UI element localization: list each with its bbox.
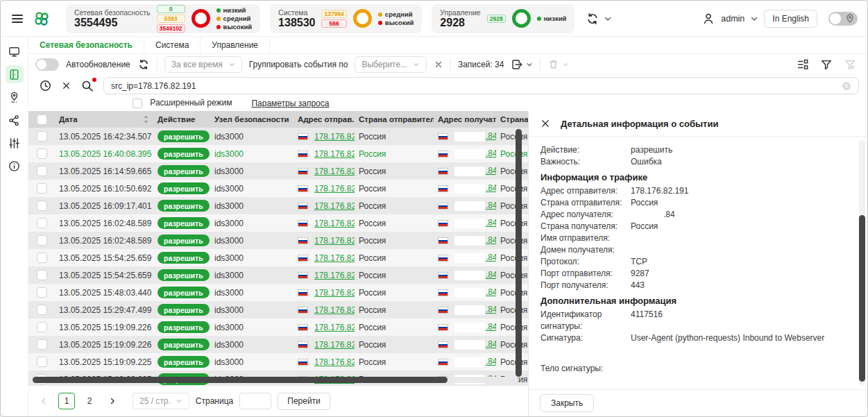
src-ip-link[interactable]: 178.176.82.191 bbox=[314, 201, 355, 211]
column-header[interactable]: Страна отправителя bbox=[355, 111, 434, 128]
table-row[interactable]: 13.05.2025 15:19:09.226разрешитьids30001… bbox=[28, 336, 528, 353]
refresh-icon[interactable] bbox=[137, 58, 150, 71]
hamburger-menu-icon[interactable] bbox=[10, 12, 24, 26]
dst-ip-link[interactable]: .84 bbox=[486, 183, 496, 193]
tab[interactable]: Сетевая безопасность bbox=[28, 37, 144, 53]
search-icon[interactable] bbox=[80, 79, 94, 93]
table-row[interactable]: 13.05.2025 16:42:34.507разрешитьids30001… bbox=[28, 128, 528, 145]
dst-ip-link[interactable]: .84 bbox=[486, 148, 496, 158]
row-checkbox[interactable] bbox=[37, 148, 47, 159]
tab[interactable]: Управление bbox=[201, 37, 270, 53]
page-button[interactable]: 2 bbox=[81, 393, 98, 409]
table-row[interactable]: 13.05.2025 15:29:47.499разрешитьids30001… bbox=[28, 301, 528, 318]
src-ip-link[interactable]: 178.176.82.191 bbox=[314, 149, 355, 159]
go-to-page-button[interactable]: Перейти bbox=[278, 393, 330, 410]
row-checkbox[interactable] bbox=[37, 287, 47, 298]
table-row[interactable]: 13.05.2025 16:40:08.395разрешитьids30001… bbox=[28, 145, 528, 162]
column-header[interactable]: Адрес отправ... bbox=[293, 111, 355, 128]
row-checkbox[interactable] bbox=[37, 183, 47, 194]
row-checkbox[interactable] bbox=[37, 253, 47, 263]
page-size-select[interactable]: 25 / стр. bbox=[133, 393, 189, 409]
advanced-mode-checkbox[interactable] bbox=[133, 99, 142, 108]
dst-ip-link[interactable]: .84 bbox=[486, 218, 496, 228]
table-row[interactable]: 13.05.2025 16:02:48.589разрешитьids30001… bbox=[28, 214, 528, 232]
src-ip-link[interactable]: 178.176.82.191 bbox=[314, 253, 355, 263]
row-checkbox[interactable] bbox=[37, 235, 47, 246]
src-ip-link[interactable]: 178.176.82.191 bbox=[314, 340, 355, 350]
src-ip-link[interactable]: 178.176.82.191 bbox=[314, 323, 355, 332]
user-name[interactable]: admin bbox=[721, 14, 744, 24]
dst-ip-link[interactable]: .84 bbox=[486, 339, 496, 349]
group-by-select[interactable]: Выберите... bbox=[355, 56, 426, 73]
sidebar-item-share-nodes[interactable] bbox=[6, 111, 24, 129]
dst-ip-link[interactable]: .84 bbox=[486, 287, 496, 297]
row-checkbox[interactable] bbox=[37, 131, 47, 142]
dst-ip-link[interactable]: .84 bbox=[486, 253, 496, 262]
column-header[interactable]: Страна п bbox=[496, 111, 528, 128]
table-row[interactable]: 13.05.2025 15:19:09.226разрешитьids30001… bbox=[28, 318, 528, 336]
chevron-down-icon[interactable] bbox=[604, 15, 612, 23]
table-row[interactable]: 13.05.2025 16:02:48.589разрешитьids30001… bbox=[28, 232, 528, 249]
geo-pin-toggle[interactable] bbox=[828, 12, 858, 26]
row-checkbox[interactable] bbox=[37, 357, 47, 367]
src-ip-link[interactable]: 178.176.82.191 bbox=[314, 167, 355, 176]
time-filter-select[interactable]: За все время bbox=[164, 56, 242, 73]
src-ip-link[interactable]: 178.176.82.191 bbox=[314, 184, 355, 194]
dst-ip-link[interactable]: .84 bbox=[486, 201, 496, 210]
src-ip-link[interactable]: 178.176.82.191 bbox=[314, 357, 355, 367]
autorefresh-toggle[interactable] bbox=[35, 58, 59, 71]
column-settings-icon[interactable] bbox=[797, 58, 809, 71]
vertical-scrollbar[interactable] bbox=[516, 129, 522, 377]
sidebar-item-sliders[interactable] bbox=[6, 134, 24, 152]
filter-icon[interactable] bbox=[820, 58, 833, 71]
row-checkbox[interactable] bbox=[37, 322, 47, 332]
dst-ip-link[interactable]: .84 bbox=[486, 166, 496, 176]
tab[interactable]: Система bbox=[144, 37, 201, 53]
dst-ip-link[interactable]: .84 bbox=[486, 270, 496, 280]
src-ip-link[interactable]: 178.176.82.191 bbox=[314, 132, 355, 142]
refresh-icon[interactable] bbox=[586, 12, 599, 26]
table-row[interactable]: 13.05.2025 15:54:25.659разрешитьids30001… bbox=[28, 266, 528, 284]
export-icon[interactable] bbox=[511, 58, 533, 71]
close-button[interactable]: Закрыть bbox=[540, 394, 594, 412]
column-header[interactable]: Узел безопасности bbox=[210, 111, 293, 128]
row-checkbox[interactable] bbox=[37, 339, 47, 350]
query-params-link[interactable]: Параметры запроса bbox=[251, 99, 329, 108]
history-icon[interactable] bbox=[39, 79, 52, 92]
sidebar-item-map-pin[interactable] bbox=[6, 88, 24, 106]
table-row[interactable]: 13.05.2025 16:14:59.665разрешитьids30001… bbox=[28, 162, 528, 180]
dst-ip-link[interactable]: .84 bbox=[486, 305, 496, 314]
select-all-checkbox[interactable] bbox=[37, 114, 47, 125]
src-ip-link[interactable]: 178.176.82.191 bbox=[314, 271, 355, 280]
close-panel-icon[interactable] bbox=[541, 119, 550, 128]
row-checkbox[interactable] bbox=[37, 270, 47, 280]
row-checkbox[interactable] bbox=[37, 218, 47, 228]
column-header[interactable]: Дата bbox=[55, 111, 153, 128]
horizontal-scrollbar[interactable] bbox=[33, 377, 448, 383]
src-ip-link[interactable]: 178.176.82.191 bbox=[314, 219, 355, 228]
panel-scrollbar[interactable] bbox=[859, 215, 865, 382]
dst-ip-link[interactable]: .84 bbox=[486, 357, 496, 366]
src-ip-link[interactable]: 178.176.82.191 bbox=[314, 236, 355, 246]
row-checkbox[interactable] bbox=[37, 201, 47, 211]
table-row[interactable]: 13.05.2025 16:10:50.692разрешитьids30001… bbox=[28, 180, 528, 197]
chevron-down-icon[interactable] bbox=[750, 15, 758, 23]
page-number-input[interactable] bbox=[239, 393, 271, 409]
language-toggle-button[interactable]: In English bbox=[764, 10, 817, 28]
search-input[interactable] bbox=[111, 81, 836, 91]
next-page-button[interactable] bbox=[104, 393, 121, 409]
sidebar-item-monitor[interactable] bbox=[6, 42, 24, 60]
dst-ip-link[interactable]: .84 bbox=[486, 131, 496, 141]
column-header[interactable]: Действие bbox=[153, 111, 210, 128]
page-button[interactable]: 1 bbox=[58, 393, 75, 409]
dst-ip-link[interactable]: .84 bbox=[486, 235, 496, 245]
src-ip-link[interactable]: 178.176.82.191 bbox=[314, 288, 355, 298]
table-row[interactable]: 13.05.2025 15:48:03.440разрешитьids30001… bbox=[28, 284, 528, 301]
column-header[interactable]: Адрес получате... bbox=[434, 111, 496, 128]
table-row[interactable]: 13.05.2025 15:19:09.225разрешитьids30001… bbox=[28, 353, 528, 371]
clear-grouping-icon[interactable] bbox=[434, 60, 443, 69]
clear-search-icon[interactable] bbox=[61, 80, 71, 91]
table-row[interactable]: 13.05.2025 16:09:17.401разрешитьids30001… bbox=[28, 197, 528, 214]
row-checkbox[interactable] bbox=[37, 166, 47, 176]
dst-ip-link[interactable]: .84 bbox=[486, 322, 496, 332]
